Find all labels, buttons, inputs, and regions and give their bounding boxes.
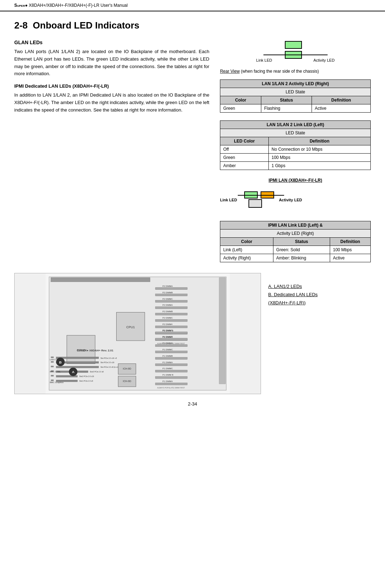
rear-view-label: Rear View — [220, 69, 240, 74]
ipmi-line — [238, 195, 284, 196]
svg-text:P2 DIMMC: P2 DIMMC — [163, 317, 173, 319]
table2-subheader: LED State — [220, 129, 371, 137]
table-row: Green 100 Mbps — [220, 154, 371, 162]
ipmi-lan-title: IPMI LAN (X8DAH+-F/(-LR) — [220, 178, 371, 183]
table1-col2: Definition — [312, 96, 371, 104]
right-column: Link LED Activity LED Rear View (when fa… — [220, 40, 371, 266]
svg-rect-44 — [51, 357, 54, 358]
svg-text:Slot PCIe 2.0 x16: Slot PCIe 2.0 x16 — [101, 362, 114, 364]
table1-header: LAN 1/LAN 2 Activity LED (Right) — [220, 80, 371, 88]
svg-text:Slot1 PCIe 2.0 x8: Slot1 PCIe 2.0 x8 — [79, 380, 93, 382]
header-bullet: ● — [25, 3, 27, 8]
motherboard-section: CPU1 CPU2 P2 DIMMA P2 DIMMB P2 DIMMC P2 … — [14, 273, 371, 394]
svg-text:P1 DIMMA: P1 DIMMA — [163, 380, 173, 382]
svg-rect-32 — [155, 351, 187, 353]
t2-r0-c1: No Connection or 10 Mbps — [268, 145, 370, 154]
motherboard-diagram: CPU1 CPU2 P2 DIMMA P2 DIMMB P2 DIMMC P2 … — [14, 273, 261, 394]
svg-text:P1 DIMMA: P1 DIMMA — [163, 342, 173, 344]
table2-col0: LED Color — [220, 137, 269, 145]
table3-header: IPMI LAN Link LED (Left) & — [220, 221, 371, 229]
ipmi-body: In addition to LAN 1/LAN 2, an IPMI Dedi… — [14, 92, 209, 114]
svg-rect-38 — [155, 370, 187, 372]
svg-text:P1 DIMMB: P1 DIMMB — [163, 355, 173, 357]
ipmi-lan-table: IPMI LAN Link LED (Left) & Activity LED … — [220, 221, 371, 262]
t3-r1-c1: Amber: Blinking — [273, 254, 330, 262]
svg-rect-51 — [56, 366, 99, 368]
t2-r1-c1: 100 Mbps — [268, 154, 370, 162]
svg-text:Slot2 PCIe 2.0 x16: Slot2 PCIe 2.0 x16 — [79, 376, 94, 377]
left-column: GLAN LEDs Two LAN ports (LAN 1/LAN 2) ar… — [14, 40, 209, 120]
mb-svg: CPU1 CPU2 P2 DIMMA P2 DIMMB P2 DIMMC P2 … — [15, 273, 261, 394]
table3-col2: Definition — [330, 238, 371, 246]
svg-rect-11 — [155, 300, 187, 303]
table3-col1: Status — [273, 238, 330, 246]
table-row: Off No Connection or 10 Mbps — [220, 145, 371, 154]
svg-text:ICH-9D: ICH-9D — [123, 367, 131, 370]
svg-rect-36 — [155, 364, 187, 366]
mb-labels: A. LAN1/2 LEDs B. Dedicated LAN LEDs (X8… — [268, 273, 371, 305]
ipmi-heading: IPMI Dedicated LAN LEDs (X8DAH+-F/(-LR) — [14, 83, 209, 89]
table-row: Activity (Right) Amber: Blinking Active — [220, 254, 371, 262]
mb-label-b: B. Dedicated LAN LEDs — [268, 292, 371, 297]
svg-rect-30 — [155, 345, 187, 347]
glan-body: Two LAN ports (LAN 1/LAN 2) are located … — [14, 48, 209, 78]
ipmi-connector-box — [248, 199, 262, 208]
svg-rect-17 — [155, 319, 187, 321]
svg-text:P2 DIMM4: P2 DIMM4 — [163, 323, 173, 325]
table2-col1: Definition — [268, 137, 370, 145]
t1-r0-c0: Green — [220, 104, 261, 113]
svg-text:P1 DIMMA: P1 DIMMA — [163, 361, 173, 363]
t1-r0-c2: Active — [312, 104, 371, 113]
t3-r0-c1: Green: Solid — [273, 246, 330, 254]
svg-text:P2 DIMMB: P2 DIMMB — [163, 292, 173, 294]
mb-label-c: (X8DAH+-F/(-LR)) — [268, 300, 371, 305]
table2-header: LAN 1/LAN 2 Link LED (Left) — [220, 121, 371, 129]
svg-text:P1 DIMMC: P1 DIMMC — [163, 329, 173, 331]
svg-text:P2 DIMMB: P2 DIMMB — [163, 310, 173, 313]
svg-text:ICH-9D: ICH-9D — [123, 380, 131, 382]
t3-r1-c0: Activity (Right) — [220, 254, 273, 262]
svg-rect-42 — [155, 383, 187, 385]
svg-rect-13 — [155, 306, 187, 309]
t2-r0-c0: Off — [220, 145, 269, 154]
link-led-table: LAN 1/LAN 2 Link LED (Left) LED State LE… — [220, 120, 371, 170]
table3-subheader: Activity LED (Right) — [220, 229, 371, 238]
led-box-top — [285, 41, 302, 49]
t2-r2-c1: 1 Gbps — [268, 162, 370, 170]
svg-rect-75 — [219, 278, 226, 384]
ipmi-led-diagram: Link LED Activity LED — [220, 189, 302, 215]
svg-text:Slot PCIe 2.0 x16 +8: Slot PCIe 2.0 x16 +8 — [101, 357, 117, 359]
page-header: Super● X8DAH+/X8DAH+-F/X8DAH+(-F)-LR Use… — [0, 0, 385, 11]
t2-r2-c0: Amber — [220, 162, 269, 170]
glan-heading: GLAN LEDs — [14, 40, 209, 45]
ipmi-link-led-label: Link LED — [220, 198, 237, 202]
svg-text:B: B — [59, 360, 62, 364]
t3-r0-c2: 100 Mbps — [330, 246, 371, 254]
svg-rect-26 — [155, 332, 187, 334]
table-row: Link (Left) Green: Solid 100 Mbps — [220, 246, 371, 254]
chapter-title: 2-8 Onboard LED Indicators — [14, 20, 371, 32]
svg-text:SUPER● X8DAH+ Rev. 2.01: SUPER● X8DAH+ Rev. 2.01 — [77, 349, 114, 352]
svg-text:CPU1: CPU1 — [126, 325, 135, 329]
link-led-label: Link LED — [256, 58, 272, 62]
table1-subheader: LED State — [220, 88, 371, 96]
svg-text:ALWAYS POPULATE DIMM FIRST: ALWAYS POPULATE DIMM FIRST — [157, 387, 185, 389]
svg-text:BMC CTRL: BMC CTRL — [50, 371, 61, 373]
svg-rect-9 — [155, 294, 187, 296]
svg-text:P2 DIMMC: P2 DIMMC — [163, 298, 173, 300]
header-brand: Super — [14, 3, 25, 8]
led-line — [263, 55, 328, 55]
svg-rect-28 — [155, 338, 187, 340]
svg-text:P2 DIMMA: P2 DIMMA — [163, 285, 173, 287]
svg-text:Slot3 PCIe 2.0 x8: Slot3 PCIe 2.0 x8 — [90, 371, 104, 373]
t3-r0-c0: Link (Left) — [220, 246, 273, 254]
svg-rect-19 — [155, 326, 187, 328]
svg-text:P1 DIMM B: P1 DIMM B — [163, 374, 173, 376]
svg-rect-47 — [51, 361, 54, 363]
table-row: Amber 1 Gbps — [220, 162, 371, 170]
t2-r1-c0: Green — [220, 154, 269, 162]
glan-led-diagram: Link LED Activity LED Rear View (when fa… — [220, 40, 371, 74]
svg-text:BMC Graphics: BMC Graphics — [50, 381, 64, 383]
svg-rect-56 — [51, 375, 54, 376]
svg-text:P2 DIMMA: P2 DIMMA — [163, 304, 173, 306]
